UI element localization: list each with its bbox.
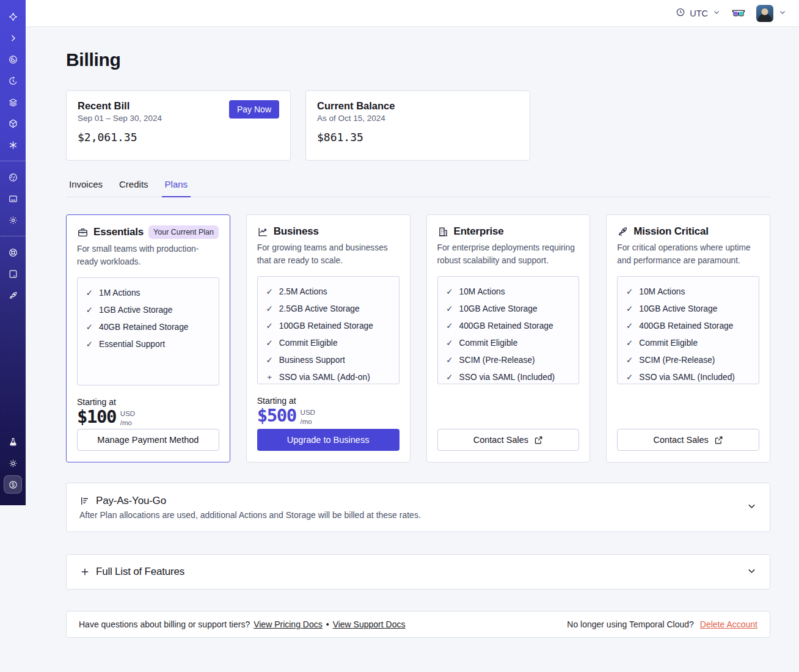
currency-label: USD (301, 408, 315, 417)
billing-dollar-icon[interactable] (4, 475, 22, 494)
docs-book-icon[interactable] (4, 265, 22, 283)
main-content: Billing Recent Bill Sep 01 – Sep 30, 202… (26, 49, 799, 656)
plan-price: $100 (77, 407, 116, 427)
chevron-down-icon (778, 8, 787, 19)
plan-description: For growing teams and businesses that ar… (257, 242, 400, 268)
getting-started-rocket-icon[interactable] (4, 286, 22, 304)
check-icon: ✓ (266, 337, 274, 349)
check-icon: ✓ (446, 286, 454, 298)
panel-icon[interactable] (4, 189, 22, 208)
check-icon: ✓ (446, 303, 454, 315)
plan-description: For small teams with production-ready wo… (77, 243, 219, 269)
feature-item: ✓SCIM (Pre-Release) (626, 354, 751, 367)
view-support-docs-link[interactable]: View Support Docs (333, 619, 406, 629)
full-feature-list-accordion[interactable]: Full List of Features (66, 554, 770, 590)
price-block: Starting at $500 USD/mo (257, 396, 400, 426)
usage-gauge-icon[interactable] (4, 168, 22, 186)
plan-card-business: Business For growing teams and businesse… (246, 214, 410, 462)
plan-card-essentials: Essentials Your Current Plan For small t… (66, 214, 230, 462)
plan-name: Essentials (93, 226, 144, 238)
check-icon: ✓ (86, 304, 93, 316)
recent-bill-title: Recent Bill (78, 100, 162, 112)
feature-item: ✓10M Actions (446, 286, 571, 298)
feature-item: ✓SSO via SAML (Included) (626, 371, 751, 384)
chevron-down-icon (712, 8, 721, 19)
check-icon: ✓ (266, 354, 274, 367)
upgrade-to-business-button[interactable]: Upgrade to Business (257, 429, 400, 451)
feature-item: ✓1M Actions (86, 287, 211, 299)
current-balance-amount: $861.35 (317, 131, 519, 144)
current-balance-asof: As of Oct 15, 2024 (317, 114, 395, 123)
tab-invoices[interactable]: Invoices (66, 179, 106, 197)
namespaces-icon[interactable] (4, 50, 22, 68)
labs-flask-icon[interactable] (4, 433, 22, 451)
timezone-label: UTC (690, 9, 708, 18)
sidebar (0, 0, 26, 505)
pay-as-you-go-accordion[interactable]: Pay-As-You-Go After Plan allocations are… (66, 483, 770, 532)
support-lifebuoy-icon[interactable] (4, 243, 22, 261)
theme-sun-icon[interactable] (4, 454, 22, 472)
check-icon: ✓ (266, 320, 274, 332)
view-pricing-docs-link[interactable]: View Pricing Docs (254, 619, 323, 629)
feature-item: ✓400GB Retained Storage (446, 320, 571, 332)
feature-item: ✓SSO via SAML (Included) (446, 371, 571, 384)
schedules-icon[interactable] (4, 71, 22, 90)
check-icon: ✓ (86, 287, 93, 299)
feature-item: ✓2.5M Actions (266, 286, 391, 298)
timezone-selector[interactable]: UTC (676, 7, 721, 20)
plan-feature-list: ✓2.5M Actions ✓2.5GB Active Storage ✓100… (257, 276, 400, 384)
tab-plans[interactable]: Plans (162, 179, 191, 197)
feature-item: ✓10M Actions (626, 286, 751, 298)
footer-right-text: No longer using Temporal Cloud? (567, 619, 694, 629)
temporal-logo-icon[interactable] (4, 7, 22, 26)
feature-item: ✓1GB Active Storage (86, 304, 211, 316)
nexus-icon[interactable] (4, 136, 22, 154)
feature-item: ✓SCIM (Pre-Release) (446, 354, 571, 367)
deployments-icon[interactable] (4, 93, 22, 111)
accordion-title: Pay-As-You-Go (96, 495, 166, 507)
delete-account-link[interactable]: Delete Account (700, 619, 757, 629)
user-menu[interactable] (756, 5, 787, 22)
price-block: Starting at $100 USD/mo (77, 397, 219, 428)
summary-row: Recent Bill Sep 01 – Sep 30, 2024 Pay No… (66, 90, 770, 161)
page-title: Billing (66, 49, 770, 70)
rocket-icon (617, 226, 629, 238)
workflows-cube-icon[interactable] (4, 114, 22, 133)
separator-dot: • (326, 619, 329, 629)
recent-bill-card: Recent Bill Sep 01 – Sep 30, 2024 Pay No… (66, 90, 291, 161)
check-icon: ✓ (446, 320, 454, 332)
starting-at-label: Starting at (77, 397, 219, 407)
plus-icon (79, 566, 90, 577)
briefcase-icon (77, 227, 89, 238)
check-icon: ✓ (86, 321, 93, 334)
pay-now-button[interactable]: Pay Now (229, 100, 279, 119)
plan-card-enterprise: Enterprise For enterprise deployments re… (426, 214, 591, 462)
check-icon: ✓ (626, 286, 633, 298)
check-icon: ✓ (446, 354, 454, 367)
plan-description: For enterprise deployments requiring rob… (437, 242, 580, 268)
check-icon: ✓ (266, 303, 274, 315)
check-icon: ✓ (446, 371, 454, 384)
check-icon: ✓ (446, 337, 454, 349)
contact-sales-button[interactable]: Contact Sales (617, 429, 759, 451)
footer-bar: Have questions about billing or support … (66, 611, 770, 638)
feature-item: ✓Business Support (266, 354, 391, 367)
contact-sales-button[interactable]: Contact Sales (437, 429, 580, 451)
chevron-down-icon[interactable] (746, 566, 757, 579)
external-link-icon (534, 436, 543, 445)
plan-card-mission-critical: Mission Critical For critical operations… (606, 214, 770, 462)
tab-credits[interactable]: Credits (116, 179, 151, 197)
feature-item: +SSO via SAML (Add-on) (266, 371, 391, 384)
plan-feature-list: ✓1M Actions ✓1GB Active Storage ✓40GB Re… (77, 277, 219, 385)
expand-chevron-icon[interactable] (4, 29, 22, 47)
plan-description: For critical operations where uptime and… (617, 242, 759, 268)
plans-grid: Essentials Your Current Plan For small t… (66, 214, 770, 462)
settings-gear-icon[interactable] (4, 211, 22, 229)
3d-glasses-icon[interactable] (732, 9, 745, 18)
feature-item: ✓40GB Retained Storage (86, 321, 211, 334)
feature-item: ✓Commit Eligible (446, 337, 571, 349)
current-plan-badge: Your Current Plan (148, 225, 219, 239)
check-icon: ✓ (626, 354, 633, 367)
chevron-down-icon[interactable] (746, 501, 757, 514)
manage-payment-method-button[interactable]: Manage Payment Method (77, 429, 219, 451)
